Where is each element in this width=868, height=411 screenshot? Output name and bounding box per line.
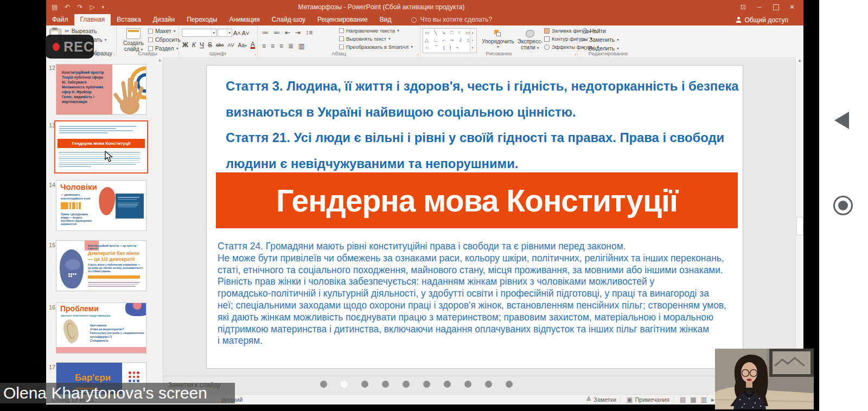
slide-canvas[interactable]: Стаття 3. Людина, її життя і здоров'я, ч… [206,65,743,369]
align-left-icon[interactable]: ≡ [262,42,266,50]
font-name-combo[interactable]: ▾ [182,29,216,37]
zoom-shared-screen-view: ▤ ↶ ↷ ▷ ▾ Метаморфозы - PowerPoint (Сбой… [0,0,868,411]
clipboard-dialog-launcher-icon[interactable]: ⌟ [113,51,115,56]
tab-view[interactable]: Вид [374,14,398,25]
align-right-icon[interactable]: ≡ [279,42,283,50]
ribbon-display-options-icon[interactable]: ⊡ [735,0,751,14]
line-spacing-icon[interactable]: ↕≡ [305,29,312,36]
slide-dot [444,381,451,388]
cut-button[interactable]: ✂ Вырезать [65,28,97,34]
layout-button[interactable]: Макет ▾ [148,28,176,34]
comments-toggle[interactable]: Примечания [635,396,669,403]
close-button[interactable]: ✕ [784,0,800,14]
quick-styles-button[interactable]: Экспресс- стили ▾ [516,30,544,50]
tab-slideshow[interactable]: Слайд-шоу [266,14,311,25]
text-direction-icon [339,28,344,33]
group-drawing: ▭ ╲ ↘ □ ○ ▭ △ ∟ ⌐ ⇨ ⇩ ▷ ☆ ⌒ ( ) ~ ▴▪▾ Уп… [420,25,578,57]
quick-styles-icon [526,30,534,37]
tab-transitions[interactable]: Переходы [181,14,223,25]
powerpoint-window: ▤ ↶ ↷ ▷ ▾ Метаморфозы - PowerPoint (Сбой… [46,0,803,404]
drawing-dialog-launcher-icon[interactable]: ⌟ [574,51,576,56]
layout-icon [148,29,153,34]
head-illustration [60,249,84,288]
increase-font-icon[interactable]: А˄ [233,30,241,36]
slide-dot [485,381,492,388]
participant-video[interactable] [715,349,814,409]
arrange-button[interactable]: Упорядочить ▾ [481,30,515,49]
face-illustration [97,187,116,216]
slide-number: 17 [49,364,55,370]
thumb15-more-lines [88,281,142,288]
tab-review[interactable]: Рецензирование [311,14,374,25]
smartart-button[interactable]: Преобразовать в SmartArt ▾ [339,44,413,50]
tab-file[interactable]: Файл [46,14,74,25]
slide-title-banner: Гендерна мова Конституції [216,172,738,228]
text-line-placeholder [88,286,136,287]
align-text-icon [339,36,344,41]
text-line-placeholder [118,204,138,206]
shapes-scroll[interactable]: ▴▪▾ [470,29,476,53]
character-spacing-button[interactable]: АV [227,42,234,48]
slide-sorter-icon[interactable]: ▦ [690,396,696,403]
reset-button[interactable]: Сбросить [148,36,181,43]
reading-view-icon[interactable]: ▥ [701,396,707,403]
underline-button[interactable]: Ч [200,41,204,49]
thumbnail-slide-16[interactable]: Проблеми жіночого політичного представни… [56,303,146,354]
change-case-button[interactable]: Aa▾ [238,42,246,48]
justify-icon[interactable]: ≣ [288,42,293,50]
shadow-button[interactable]: S [208,41,212,49]
person-icon [736,17,742,23]
tell-me-search[interactable]: Что вы хотите сделать? [411,14,492,25]
back-icon[interactable] [834,112,849,129]
align-text-button[interactable]: Выровнять текст ▾ [339,36,391,42]
text-direction-button[interactable]: Направление текста ▾ [339,28,399,34]
thumbnail-slide-12[interactable]: Конституційний простірТеорія публічної с… [56,64,146,115]
text-line-placeholder [59,128,116,129]
slideshow-view-icon[interactable]: ▸ [711,396,714,403]
tab-animations[interactable]: Анимация [223,14,265,25]
scrollbar-thumb[interactable] [796,217,803,235]
scroll-up-icon[interactable]: ▲ [796,58,803,63]
slide-dot [382,381,389,388]
shapes-gallery[interactable]: ▭ ╲ ↘ □ ○ ▭ △ ∟ ⌐ ⇨ ⇩ ▷ ☆ ⌒ ( ) ~ ▴▪▾ [423,28,477,53]
tab-home[interactable]: Главная [74,14,111,25]
thumbnail-slide-14[interactable]: Чоловіки — gatekeepersконституційного по… [56,180,146,231]
numbering-icon[interactable]: ≕ [273,29,280,36]
notes-toggle[interactable]: Заметки [593,396,616,403]
bold-button[interactable]: Ж [182,41,188,49]
group-paragraph: ≔ ≕ ⇤ ⇥ ↕≡ ≡ ≡ ≡ ≣ ▥ Направление текста … [258,25,420,57]
decrease-indent-icon[interactable]: ⇤ [285,29,290,36]
font-dialog-launcher-icon[interactable]: ⌟ [254,51,256,56]
vertical-scrollbar[interactable]: ▲ ▼ [795,57,803,395]
thumbnail-slide-13-selected[interactable]: Гендерна мова Конституції [54,120,148,174]
font-size-combo[interactable]: ▾ [218,29,232,37]
notes-splitter[interactable] [163,376,803,376]
find-button[interactable]: Найти [582,28,606,34]
normal-view-icon[interactable]: ▤ [680,396,686,403]
minimize-button[interactable]: – [751,0,768,14]
slide-body-text: Стаття 24. Громадяни мають рівні констит… [218,240,720,346]
highlight-bar [88,275,140,279]
decrease-font-icon[interactable]: А˅ [242,30,250,36]
italic-button[interactable]: К [192,41,196,49]
new-slide-button[interactable]: Создать слайд ▾ [120,28,147,52]
panel-scroll-up-icon[interactable]: ▲ [158,58,162,62]
strikethrough-button[interactable]: abc [216,42,224,48]
ribbon-tabs: Файл Главная Вставка Дизайн Переходы Ани… [46,14,803,25]
restore-button[interactable] [768,0,784,14]
increase-indent-icon[interactable]: ⇥ [295,29,301,36]
webcam-scene [715,349,814,409]
align-center-icon[interactable]: ≡ [271,42,275,50]
replace-button[interactable]: ab Заменить ▾ [582,36,619,43]
android-nav-bar [819,0,868,411]
tab-insert[interactable]: Вставка [111,14,147,25]
tab-design[interactable]: Дизайн [147,14,181,25]
slide-dot [464,381,471,388]
font-color-button[interactable]: А [251,42,255,49]
thumbnail-slide-15[interactable]: Конституційний простір — це простір гідн… [56,240,146,291]
bullets-icon[interactable]: ≔ [262,29,269,36]
paragraph-dialog-launcher-icon[interactable]: ⌟ [417,51,419,56]
home-icon[interactable] [833,196,853,215]
columns-icon[interactable]: ▥ [298,42,304,50]
share-button[interactable]: Общий доступ [736,14,788,25]
